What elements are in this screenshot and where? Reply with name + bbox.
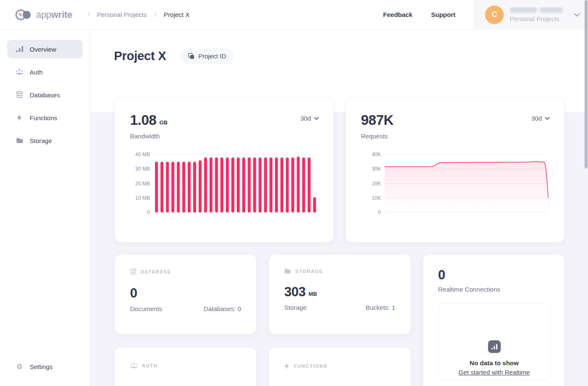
requests-line-chart: 40K30K20K10K0 [361,150,552,216]
realtime-connections-value: 0 [438,268,550,281]
database-icon [130,268,136,275]
svg-text:40K: 40K [372,152,381,157]
auth-category-label: AUTH [142,363,158,368]
requests-label: Requests [361,132,550,140]
page-title: Project X [114,49,166,63]
sidebar-item-label: Settings [30,363,53,370]
sidebar-item-storage[interactable]: Storage [7,131,83,150]
realtime-connections-label: Realtime Connections [438,286,550,293]
project-id-badge[interactable]: Project ID [180,49,234,63]
appwrite-logo[interactable]: appwrite [15,9,72,20]
svg-text:40 MB: 40 MB [135,152,150,157]
no-data-title: No data to show [470,359,519,367]
user-name-redacted [510,7,571,13]
sidebar-item-overview[interactable]: Overview [7,40,83,58]
svg-text:10K: 10K [372,195,381,201]
bandwidth-card: 1.08 GB 30d Bandwidth 40 MB30 MB20 MB10 … [114,97,334,243]
sidebar-item-label: Storage [30,137,52,144]
storage-card[interactable]: STORAGE 303 MB Storage Buckets: 1 [269,254,411,334]
bandwidth-period-dropdown[interactable]: 30d [300,113,319,122]
project-id-badge-label: Project ID [198,52,226,60]
bar-chart-icon [16,45,23,53]
sidebar-item-functions[interactable]: Functions [7,108,83,127]
svg-text:0: 0 [147,210,150,215]
breadcrumb: / Personal Projects / Project X [88,11,190,18]
storage-value: 303 [284,285,305,298]
copy-icon [188,53,194,59]
sidebar-item-label: Overview [30,46,56,53]
documents-label: Documents [130,305,162,312]
database-card[interactable]: DATABASE 0 Documents Databases: 0 [114,254,257,334]
svg-text:0: 0 [378,210,381,215]
folder-icon [16,137,23,144]
database-icon [16,91,23,99]
folder-icon [284,268,291,274]
bandwidth-unit: GB [159,119,168,127]
user-menu-button[interactable]: C Personal Projects [474,0,588,30]
bandwidth-value: 1.08 [130,113,156,127]
sidebar-item-auth[interactable]: Auth [7,63,83,81]
lightning-icon [284,363,290,369]
svg-text:30 MB: 30 MB [135,166,150,172]
requests-card: 987K 30d Requests 40K30K20K10K0 [345,97,565,243]
gear-icon: ⚙ [16,363,23,370]
svg-text:20K: 20K [372,181,381,187]
database-category-label: DATABASE [141,269,171,274]
chevron-down-icon [545,117,550,120]
requests-value: 987K [361,113,394,127]
get-started-realtime-link[interactable]: Get started with Realtime [458,369,530,376]
bandwidth-bar-chart: 40 MB30 MB20 MB10 MB0 [130,150,321,216]
realtime-empty-state: No data to show Get started with Realtim… [438,303,550,380]
no-data-chart-icon [488,340,501,353]
functions-category-label: FUNCTIONS [294,364,327,369]
sidebar-item-databases[interactable]: Databases [7,85,83,104]
support-button[interactable]: Support [431,11,456,18]
user-organization: Personal Projects [510,15,571,22]
breadcrumb-separator: / [88,11,89,18]
storage-unit: MB [308,291,317,298]
functions-card[interactable]: FUNCTIONS [269,347,411,386]
vertical-scrollbar[interactable] [585,0,588,168]
sidebar: Overview Auth Databases Functions [0,30,90,386]
requests-period-dropdown[interactable]: 30d [531,113,550,122]
breadcrumb-separator: / [154,11,156,18]
appwrite-logo-icon [15,9,32,20]
sidebar-item-label: Auth [30,69,43,76]
storage-category-label: STORAGE [295,269,323,274]
users-icon [16,68,23,76]
svg-text:30K: 30K [372,166,381,172]
auth-card[interactable]: AUTH [114,347,257,386]
main-content: Project X Project ID 1.08 GB 30d Bandwid… [90,30,588,386]
lightning-icon [16,114,23,121]
chevron-down-icon [314,117,319,120]
storage-label: Storage [284,304,307,311]
sidebar-item-label: Databases [30,91,60,99]
breadcrumb-current: Project X [164,11,190,18]
svg-text:20 MB: 20 MB [135,181,150,187]
bandwidth-label: Bandwidth [130,132,319,140]
feedback-button[interactable]: Feedback [383,11,412,18]
chevron-down-icon [574,13,580,17]
buckets-count: Buckets: 1 [366,304,395,311]
documents-count: 0 [130,287,137,300]
avatar: C [485,6,504,24]
top-header: appwrite / Personal Projects / Project X… [0,0,588,30]
header-nav: Feedback Support [383,11,455,18]
realtime-card: 0 Realtime Connections No data to show G… [423,254,565,386]
appwrite-console: appwrite / Personal Projects / Project X… [0,0,588,386]
breadcrumb-parent[interactable]: Personal Projects [97,11,147,18]
databases-count: Databases: 0 [204,305,241,312]
sidebar-item-label: Functions [30,114,57,121]
svg-text:10 MB: 10 MB [135,195,150,201]
sidebar-item-settings[interactable]: ⚙ Settings [7,357,83,376]
users-icon [130,363,138,369]
appwrite-logo-text: appwrite [36,9,72,20]
